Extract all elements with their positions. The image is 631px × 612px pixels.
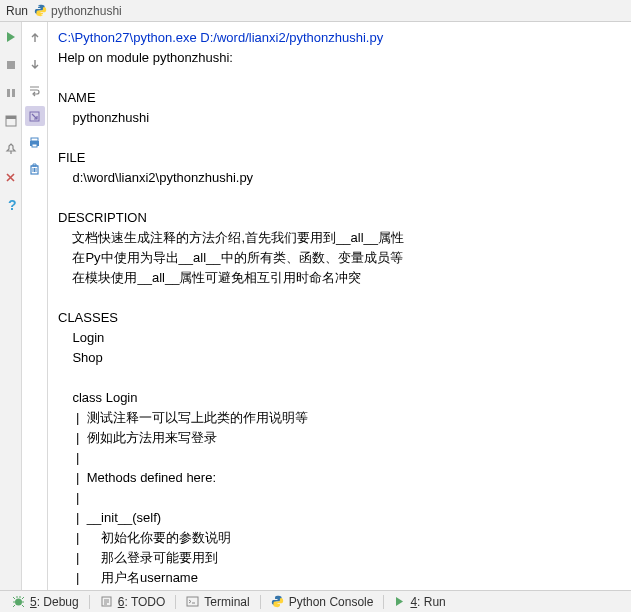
svg-rect-11 — [32, 144, 37, 147]
status-bar: 5: Debug 6: TODO Terminal Python Console… — [0, 590, 631, 612]
output-line: | 例如此方法用来写登录 — [58, 428, 621, 448]
output-line: | 用户名username — [58, 568, 621, 588]
svg-rect-3 — [7, 89, 10, 97]
run-button[interactable] — [4, 30, 18, 44]
output-line: DESCRIPTION — [58, 208, 621, 228]
svg-rect-4 — [12, 89, 15, 97]
play-icon — [394, 596, 405, 607]
output-line: Login — [58, 328, 621, 348]
output-line — [58, 288, 621, 308]
scroll-to-end-icon[interactable] — [25, 106, 45, 126]
separator — [89, 595, 90, 609]
clear-all-icon[interactable] — [25, 158, 45, 178]
command-line: C:\Python27\python.exe D:/word/lianxi2/p… — [58, 28, 621, 48]
output-lines: Help on module pythonzhushi: NAME python… — [58, 48, 621, 588]
output-line — [58, 368, 621, 388]
svg-point-13 — [15, 599, 22, 606]
python-icon — [34, 4, 47, 17]
stop-button[interactable] — [4, 58, 18, 72]
run-panel-header: Run pythonzhushi — [0, 0, 631, 22]
run-gutter: ? — [0, 22, 22, 590]
help-icon[interactable]: ? — [4, 198, 18, 212]
console-toolbar — [22, 22, 48, 590]
output-line: | — [58, 488, 621, 508]
output-line: 文档快速生成注释的方法介绍,首先我们要用到__all__属性 — [58, 228, 621, 248]
svg-rect-9 — [31, 138, 38, 141]
console-output[interactable]: C:\Python27\python.exe D:/word/lianxi2/p… — [48, 22, 631, 590]
svg-point-0 — [38, 6, 39, 7]
output-line: class Login — [58, 388, 621, 408]
output-line: pythonzhushi — [58, 108, 621, 128]
output-line: Help on module pythonzhushi: — [58, 48, 621, 68]
output-line: Shop — [58, 348, 621, 368]
output-line: FILE — [58, 148, 621, 168]
footer-debug-button[interactable]: 5: Debug — [4, 591, 87, 612]
svg-rect-2 — [7, 61, 15, 69]
restore-layout-icon[interactable] — [4, 114, 18, 128]
python-icon — [271, 595, 284, 608]
output-line: | 那么登录可能要用到 — [58, 548, 621, 568]
output-line: CLASSES — [58, 308, 621, 328]
separator — [175, 595, 176, 609]
output-line: | __init__(self) — [58, 508, 621, 528]
svg-point-1 — [41, 14, 42, 15]
output-line: NAME — [58, 88, 621, 108]
footer-todo-button[interactable]: 6: TODO — [92, 591, 174, 612]
soft-wrap-icon[interactable] — [25, 80, 45, 100]
output-line: | 初始化你要的参数说明 — [58, 528, 621, 548]
svg-rect-6 — [6, 116, 16, 119]
output-line — [58, 68, 621, 88]
run-config-selector[interactable]: pythonzhushi — [34, 4, 122, 18]
pause-button[interactable] — [4, 86, 18, 100]
main-area: ? C:\Python27\python.exe D:/word/lianxi2… — [0, 22, 631, 590]
separator — [383, 595, 384, 609]
panel-label: Run — [6, 4, 28, 18]
svg-rect-15 — [187, 597, 198, 606]
footer-run-button[interactable]: 4: Run — [386, 591, 453, 612]
run-config-name: pythonzhushi — [51, 4, 122, 18]
output-line: d:\word\lianxi2\pythonzhushi.py — [58, 168, 621, 188]
scroll-up-icon[interactable] — [25, 28, 45, 48]
footer-terminal-button[interactable]: Terminal — [178, 591, 257, 612]
output-line: 在Py中使用为导出__all__中的所有类、函数、变量成员等 — [58, 248, 621, 268]
footer-python-console-button[interactable]: Python Console — [263, 591, 382, 612]
scroll-down-icon[interactable] — [25, 54, 45, 74]
output-line: | Methods defined here: — [58, 468, 621, 488]
output-line: | — [58, 448, 621, 468]
close-icon[interactable] — [4, 170, 18, 184]
terminal-icon — [186, 595, 199, 608]
bug-icon — [12, 595, 25, 608]
print-icon[interactable] — [25, 132, 45, 152]
output-line: 在模块使用__all__属性可避免相互引用时命名冲突 — [58, 268, 621, 288]
todo-icon — [100, 595, 113, 608]
output-line: | 测试注释一可以写上此类的作用说明等 — [58, 408, 621, 428]
svg-text:?: ? — [8, 198, 17, 212]
output-line — [58, 128, 621, 148]
separator — [260, 595, 261, 609]
output-line — [58, 188, 621, 208]
pin-icon[interactable] — [4, 142, 18, 156]
